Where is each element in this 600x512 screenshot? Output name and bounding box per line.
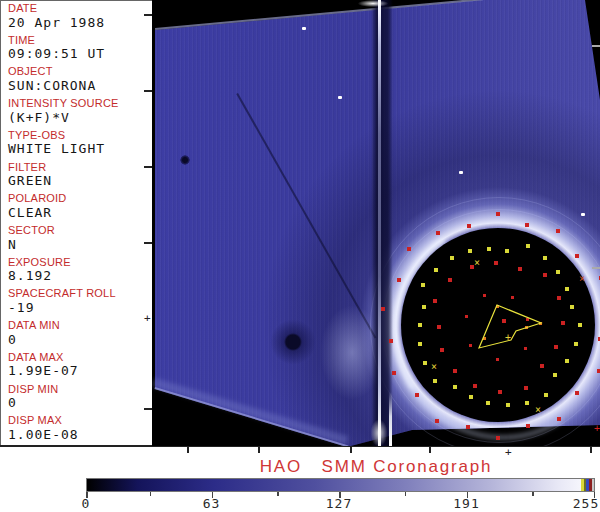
edge-tick [350,446,352,453]
edge-tick [144,90,152,92]
edge-tick [144,408,152,410]
edge-tick [592,267,600,269]
field-label: DATA MAX [8,352,151,364]
edge-tick [144,14,152,16]
edge-plus-mark: + [144,313,151,324]
edge-tick [187,446,189,453]
field-value: 8.192 [8,268,151,285]
field-intensity-source: INTENSITY SOURCE (K+F)*V [1,96,151,128]
fiducial-polygon [479,305,541,348]
field-value: (K+F)*V [8,110,151,127]
edge-tick [258,446,260,453]
field-filter: FILTER GREEN [1,160,151,192]
colorbar-minor-tick [405,492,407,496]
edge-plus-mark: + [505,447,512,458]
field-value: -19 [8,300,151,317]
field-value: N [8,237,151,254]
colorbar-tick [86,492,88,498]
field-type-obs: TYPE-OBS WHITE LIGHT [1,128,151,160]
field-value: 0 [8,395,151,412]
smm-coronagraph-viewer: DATE 20 Apr 1988 TIME 09:09:51 UT OBJECT… [0,0,600,512]
field-value: SUN:CORONA [8,78,151,95]
field-label: FILTER [8,162,151,174]
colorbar-tick-label: 191 [453,496,479,511]
colorbar-minor-tick [277,492,279,496]
field-label: SECTOR [8,225,151,237]
edge-tick [429,446,431,453]
field-value: 0 [8,332,151,349]
field-value: 20 Apr 1988 [8,15,151,32]
field-label: DATA MIN [8,320,151,332]
metadata-sidebar: DATE 20 Apr 1988 TIME 09:09:51 UT OBJECT… [1,1,151,445]
intensity-colorbar [86,478,595,492]
field-label: DATE [8,3,151,15]
colorbar-tick [467,492,469,498]
edge-tick [144,166,152,168]
colorbar-tick [339,492,341,498]
field-value: 09:09:51 UT [8,46,151,63]
field-polaroid: POLAROID CLEAR [1,191,151,223]
colorbar-tick [212,492,214,498]
field-data-max: DATA MAX 1.99E-07 [1,350,151,382]
field-value: GREEN [8,173,151,190]
field-data-min: DATA MIN 0 [1,318,151,350]
image-title: HAO SMM Coronagraph [152,457,600,477]
colorbar-tick [594,492,596,498]
field-label: OBJECT [8,66,151,78]
colorbar-tick-label: 255 [573,496,599,511]
field-label: SPACECRAFT ROLL [8,288,151,300]
edge-tick [590,446,592,453]
field-date: DATE 20 Apr 1988 [1,1,151,33]
colorbar-tick-label: 0 [82,496,91,511]
field-value: 1.00E-08 [8,427,151,444]
field-value: 1.99E-07 [8,363,151,380]
field-value: CLEAR [8,205,151,222]
field-value: WHITE LIGHT [8,141,151,158]
edge-tick [592,45,600,47]
field-label: POLAROID [8,193,151,205]
field-disp-max: DISP MAX 1.00E-08 [1,413,151,445]
fiducial-polygon-overlay [152,0,600,446]
coronagraph-image: ××××++ [152,0,600,446]
colorbar-end-stripe [592,479,594,491]
field-label: EXPOSURE [8,257,151,269]
field-object: OBJECT SUN:CORONA [1,64,151,96]
colorbar-minor-tick [532,492,534,496]
colorbar-minor-tick [150,492,152,496]
field-label: DISP MAX [8,415,151,427]
field-label: DISP MIN [8,384,151,396]
field-label: INTENSITY SOURCE [8,98,151,110]
field-label: TIME [8,35,151,47]
field-disp-min: DISP MIN 0 [1,382,151,414]
edge-tick [144,242,152,244]
colorbar-tick-label: 63 [203,496,221,511]
field-label: TYPE-OBS [8,130,151,142]
field-time: TIME 09:09:51 UT [1,33,151,65]
field-spacecraft-roll: SPACECRAFT ROLL -19 [1,286,151,318]
field-exposure: EXPOSURE 8.192 [1,255,151,287]
field-sector: SECTOR N [1,223,151,255]
colorbar-tick-label: 127 [326,496,352,511]
